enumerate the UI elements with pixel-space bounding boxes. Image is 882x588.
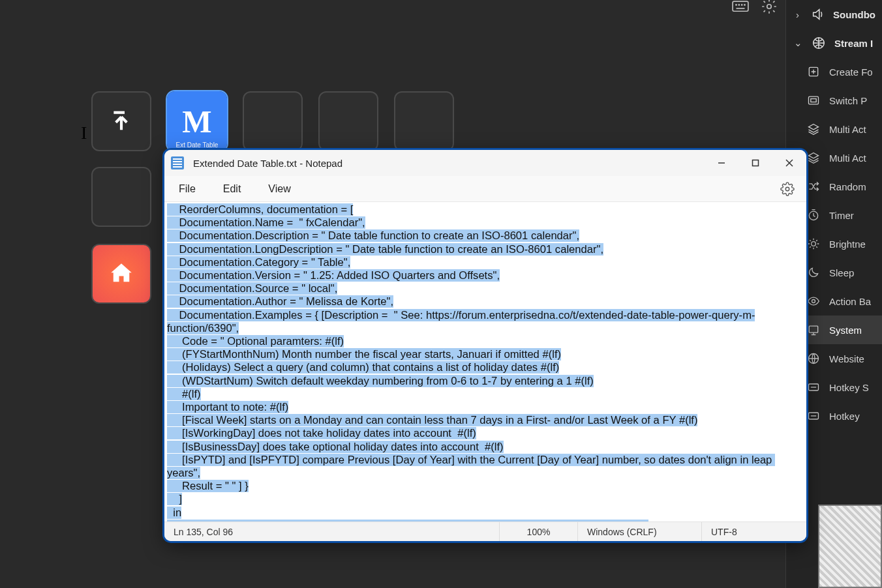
desktop-canvas: M Ext Date Table I › Soundbo ⌄ Stream I …: [0, 0, 882, 588]
slot-ext-date-table[interactable]: M Ext Date Table: [167, 91, 227, 151]
slot-home[interactable]: [91, 244, 151, 304]
speaker-icon: [810, 7, 825, 22]
switch-icon: [806, 93, 821, 108]
chevron-down-icon: ⌄: [793, 37, 803, 49]
panel-group-stream[interactable]: ⌄ Stream I: [786, 29, 882, 57]
slot-empty-3[interactable]: [394, 91, 454, 151]
panel-item-label: Multi Act: [829, 124, 866, 135]
svg-rect-10: [811, 99, 816, 102]
panel-item-label: Random: [829, 181, 866, 192]
eye-icon: [806, 293, 821, 309]
layers-icon: [806, 121, 821, 137]
moon-icon: [806, 265, 821, 280]
svg-point-12: [812, 242, 816, 246]
menubar: File Edit View: [164, 176, 806, 202]
panel-item-create[interactable]: Create Fo: [786, 57, 882, 86]
panel-item-multi-1[interactable]: Multi Act: [786, 115, 882, 143]
menu-edit[interactable]: Edit: [219, 181, 245, 198]
panel-item-label: Brightne: [829, 239, 866, 250]
system-icon: [806, 322, 821, 338]
globe-grid-icon: [811, 35, 827, 51]
panel-item-label: System: [829, 325, 862, 336]
svg-point-6: [767, 5, 772, 9]
svg-point-22: [785, 187, 789, 191]
svg-point-4: [744, 5, 745, 5]
close-button[interactable]: [772, 150, 806, 176]
slot-label: Ext Date Table: [167, 141, 227, 149]
svg-rect-14: [809, 326, 817, 332]
minimize-button[interactable]: [705, 150, 738, 176]
svg-point-1: [736, 5, 737, 5]
create-icon: [806, 64, 821, 80]
svg-point-3: [742, 5, 742, 5]
brightness-icon: [806, 236, 821, 252]
status-bar: Ln 135, Col 96 100% Windows (CRLF) UTF-8: [164, 522, 806, 541]
panel-group-soundboard[interactable]: › Soundbo: [786, 0, 882, 29]
panel-item-label: Timer: [829, 210, 854, 221]
menu-file[interactable]: File: [175, 181, 200, 198]
maximize-button[interactable]: [738, 150, 772, 176]
hotkey-icon: [806, 379, 821, 395]
timer-icon: [806, 207, 821, 223]
hotkey-icon: [806, 408, 821, 424]
svg-rect-9: [809, 96, 819, 104]
panel-item-label: Hotkey: [829, 411, 860, 422]
statusbar: [732, 0, 778, 13]
slot-empty-4[interactable]: [91, 167, 151, 227]
settings-gear-icon[interactable]: [780, 182, 795, 196]
notepad-window: Extended Date Table.txt - Notepad File E…: [164, 150, 806, 541]
svg-rect-19: [753, 160, 759, 166]
slot-empty-1[interactable]: [243, 91, 303, 151]
slot-up-arrow[interactable]: [91, 91, 151, 151]
status-encoding: UTF-8: [702, 522, 806, 541]
panel-item-label: Hotkey S: [829, 382, 869, 393]
panel-item-label: Action Ba: [829, 296, 871, 307]
random-icon: [806, 179, 821, 194]
status-position: Ln 135, Col 96: [164, 522, 500, 541]
svg-point-13: [812, 300, 815, 303]
panel-group-label: Soundbo: [833, 9, 875, 20]
svg-point-2: [738, 5, 739, 5]
globe-icon: [806, 351, 821, 366]
panel-item-label: Website: [829, 353, 864, 364]
text-cursor-icon: I: [81, 123, 87, 143]
status-zoom[interactable]: 100%: [500, 522, 578, 541]
preview-thumbnail[interactable]: [818, 505, 882, 588]
panel-group-label: Stream I: [834, 38, 873, 49]
slot-empty-2[interactable]: [318, 91, 378, 151]
status-eol: Windows (CRLF): [578, 522, 702, 541]
panel-item-label: Create Fo: [829, 66, 873, 78]
titlebar[interactable]: Extended Date Table.txt - Notepad: [164, 150, 806, 176]
notepad-app-icon: [171, 156, 184, 169]
panel-item-switch[interactable]: Switch P: [786, 86, 882, 115]
panel-item-label: Multi Act: [829, 153, 866, 164]
window-title: Extended Date Table.txt - Notepad: [193, 158, 342, 169]
keyboard-icon[interactable]: [732, 0, 749, 13]
svg-rect-0: [733, 1, 748, 11]
gear-icon[interactable]: [761, 0, 778, 13]
layers-icon: [806, 150, 821, 166]
text-editor[interactable]: ReorderColumns, documentation = [ Docume…: [164, 202, 806, 522]
panel-item-label: Switch P: [829, 95, 867, 106]
chevron-right-icon: ›: [793, 9, 802, 20]
menu-view[interactable]: View: [264, 181, 294, 198]
panel-item-label: Sleep: [829, 267, 854, 278]
